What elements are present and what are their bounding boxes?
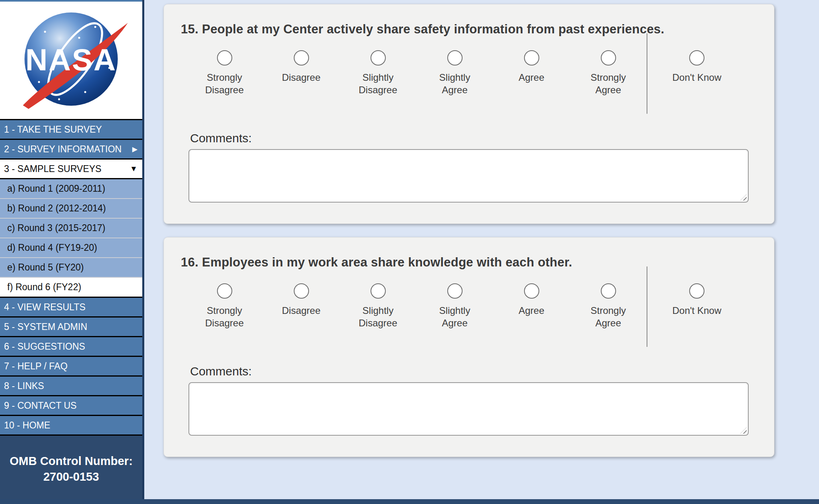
option-label: Don't Know (672, 71, 721, 84)
question-card-15: 15. People at my Center actively share s… (164, 4, 774, 224)
sidebar-item-label: f) Round 6 (FY22) (7, 282, 81, 293)
nasa-logo-text: NASA (25, 43, 117, 77)
sidebar-item[interactable]: 7 - HELP / FAQ (0, 357, 142, 377)
option-label: Strongly Agree (580, 304, 637, 329)
bottom-bar (0, 499, 819, 504)
comments-section: Comments: (188, 365, 774, 436)
option-label: Don't Know (672, 304, 721, 317)
option-label: Slightly Agree (427, 304, 483, 329)
radio-button[interactable] (601, 50, 616, 66)
page: NASA 1 - TAKE THE SURVEY2 - SURVEY INFOR… (0, 0, 819, 504)
omb-line2: 2700-0153 (0, 469, 142, 485)
chevron-right-icon: ▶ (132, 145, 137, 154)
option-label: Strongly Disagree (197, 71, 253, 96)
option-label: Disagree (282, 304, 320, 317)
sidebar-item[interactable]: f) Round 6 (FY22) (0, 278, 142, 298)
comments-label: Comments: (190, 365, 774, 378)
radio-button[interactable] (447, 50, 463, 66)
sidebar-item-label: e) Round 5 (FY20) (7, 262, 84, 273)
sidebar-item[interactable]: 10 - HOME (0, 416, 142, 436)
radio-button[interactable] (294, 50, 309, 66)
sidebar-item-label: 7 - HELP / FAQ (4, 361, 68, 372)
option-label: Slightly Agree (427, 71, 483, 96)
sidebar-item-label: a) Round 1 (2009-2011) (7, 183, 105, 194)
sidebar-item-label: 4 - VIEW RESULTS (4, 302, 86, 313)
radio-button[interactable] (524, 50, 539, 66)
question-title: 16. Employees in my work area share know… (164, 238, 774, 270)
nasa-meatball-icon: NASA (11, 8, 131, 113)
comments-field-wrap (188, 382, 749, 436)
likert-option: Don't Know (647, 50, 746, 84)
likert-option: Slightly Disagree (340, 283, 416, 329)
sidebar-item[interactable]: 4 - VIEW RESULTS (0, 298, 142, 318)
sidebar-item-label: 5 - SYSTEM ADMIN (4, 322, 87, 332)
sidebar-item[interactable]: 2 - SURVEY INFORMATION▶ (0, 140, 142, 160)
likert-option: Agree (493, 50, 570, 84)
likert-option: Strongly Agree (570, 283, 647, 329)
sidebar-item-label: 6 - SUGGESTIONS (4, 341, 85, 352)
radio-button[interactable] (689, 50, 704, 66)
sidebar-item[interactable]: 1 - TAKE THE SURVEY (0, 120, 142, 140)
sidebar-item[interactable]: 8 - LINKS (0, 377, 142, 396)
sidebar-item[interactable]: d) Round 4 (FY19-20) (0, 238, 142, 258)
option-label: Agree (518, 71, 544, 84)
question-title: 15. People at my Center actively share s… (164, 4, 774, 37)
likert-option: Strongly Agree (570, 50, 647, 96)
nasa-logo[interactable]: NASA (0, 0, 142, 119)
chevron-down-icon: ▼ (130, 164, 137, 173)
radio-button[interactable] (371, 283, 386, 299)
likert-row: Strongly DisagreeDisagreeSlightly Disagr… (186, 50, 774, 114)
option-label: Agree (518, 304, 544, 317)
sidebar-menu: 1 - TAKE THE SURVEY2 - SURVEY INFORMATIO… (0, 119, 142, 436)
radio-button[interactable] (447, 283, 463, 299)
sidebar-item[interactable]: 5 - SYSTEM ADMIN (0, 318, 142, 337)
likert-option: Don't Know (647, 283, 746, 317)
sidebar-item-label: 1 - TAKE THE SURVEY (4, 124, 102, 135)
sidebar-item-label: c) Round 3 (2015-2017) (7, 223, 105, 234)
radio-button[interactable] (217, 50, 232, 66)
option-label: Strongly Disagree (197, 304, 253, 329)
radio-button[interactable] (371, 50, 386, 66)
option-label: Slightly Disagree (350, 71, 406, 96)
likert-option: Disagree (263, 283, 340, 317)
radio-button[interactable] (601, 283, 616, 299)
likert-option: Slightly Agree (416, 283, 493, 329)
sidebar-item[interactable]: 6 - SUGGESTIONS (0, 337, 142, 357)
omb-control-number: OMB Control Number: 2700-0153 (0, 453, 142, 485)
comments-textarea[interactable] (188, 382, 749, 436)
omb-line1: OMB Control Number: (0, 453, 142, 469)
sidebar-item[interactable]: a) Round 1 (2009-2011) (0, 179, 142, 199)
comments-section: Comments: (188, 131, 774, 203)
sidebar-item-label: 10 - HOME (4, 420, 50, 431)
likert-option: Slightly Disagree (340, 50, 416, 96)
comments-label: Comments: (190, 131, 774, 145)
sidebar-item-label: 3 - SAMPLE SURVEYS (4, 164, 101, 174)
likert-option: Agree (493, 283, 570, 317)
sidebar-item[interactable]: b) Round 2 (2012-2014) (0, 199, 142, 219)
radio-button[interactable] (217, 283, 232, 299)
comments-field-wrap (188, 149, 749, 203)
sidebar-item-label: 2 - SURVEY INFORMATION (4, 144, 122, 155)
likert-option: Disagree (263, 50, 340, 84)
sidebar-item[interactable]: c) Round 3 (2015-2017) (0, 219, 142, 238)
sidebar-item-label: 8 - LINKS (4, 381, 44, 391)
radio-button[interactable] (524, 283, 539, 299)
sidebar-item-label: b) Round 2 (2012-2014) (7, 203, 106, 214)
likert-row: Strongly DisagreeDisagreeSlightly Disagr… (186, 283, 774, 347)
radio-button[interactable] (294, 283, 309, 299)
comments-textarea[interactable] (188, 149, 749, 203)
likert-option: Slightly Agree (416, 50, 493, 96)
sidebar-item[interactable]: e) Round 5 (FY20) (0, 258, 142, 278)
option-label: Strongly Agree (580, 71, 637, 96)
sidebar-item-label: 9 - CONTACT US (4, 400, 77, 411)
option-label: Disagree (282, 71, 320, 84)
sidebar: NASA 1 - TAKE THE SURVEY2 - SURVEY INFOR… (0, 0, 144, 504)
likert-option: Strongly Disagree (186, 283, 263, 329)
likert-option: Strongly Disagree (186, 50, 263, 96)
sidebar-item[interactable]: 9 - CONTACT US (0, 396, 142, 416)
main-content: 15. People at my Center actively share s… (144, 0, 819, 504)
option-label: Slightly Disagree (350, 304, 406, 329)
sidebar-item[interactable]: 3 - SAMPLE SURVEYS▼ (0, 160, 142, 179)
sidebar-item-label: d) Round 4 (FY19-20) (7, 242, 97, 253)
radio-button[interactable] (689, 283, 704, 299)
